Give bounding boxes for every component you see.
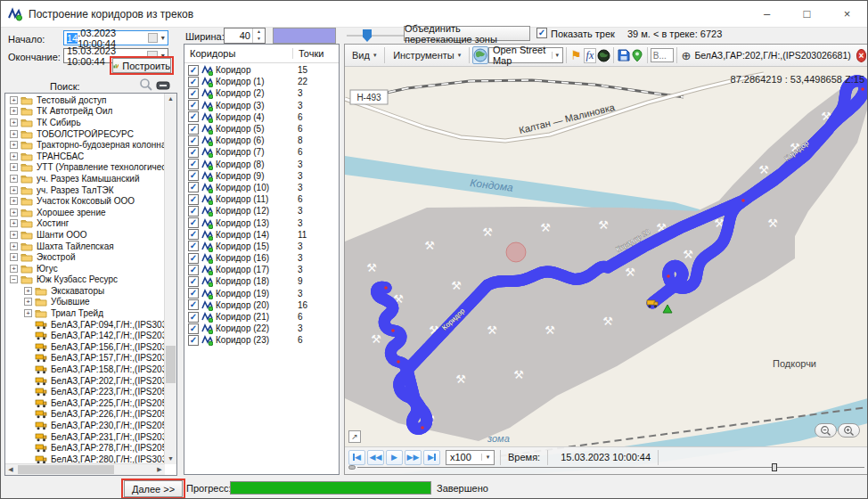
scroll-down-icon[interactable]: ▼ (165, 454, 176, 464)
corridor-checkbox[interactable]: ✓ (188, 65, 199, 76)
tree-item[interactable]: БелАЗ,ГАР:156,Г/Н:,(IPS2030299 (5, 341, 165, 353)
corridor-checkbox[interactable]: ✓ (188, 159, 199, 169)
corridor-row[interactable]: ✓Коридор (9)3 (184, 170, 339, 182)
tree-item[interactable]: +Убывшие (5, 297, 165, 308)
skip-start-button[interactable]: ◀ (348, 450, 365, 465)
expand-icon[interactable]: + (10, 130, 18, 138)
tree-item[interactable]: БелАЗ,ГАР:157,Г/Н:,(IPS2030312 (5, 353, 165, 364)
corridor-checkbox[interactable]: ✓ (188, 229, 199, 240)
corridors-col-name[interactable]: Коридоры (184, 48, 292, 59)
timeline-slider[interactable] (348, 465, 864, 470)
corridor-row[interactable]: ✓Коридор (3)3 (184, 100, 339, 111)
tree-item[interactable]: +Хорошее зрение (5, 207, 165, 218)
tree-item[interactable]: БелАЗ,ГАР:142,Г/Н:,(IPS2030302 (5, 330, 165, 341)
tree-item[interactable]: +Участок Коксовый ООО (5, 195, 165, 207)
expand-icon[interactable]: + (10, 186, 18, 194)
corridor-checkbox[interactable]: ✓ (188, 170, 199, 181)
zoom-in-button[interactable] (838, 423, 860, 438)
spin-up-icon[interactable]: ▲ (253, 29, 265, 36)
tree-item[interactable]: +Триал Трейд (5, 307, 165, 319)
tree-item[interactable]: +ТРАНСБАС (5, 151, 165, 162)
minimize-button[interactable]: – (747, 1, 787, 27)
tree-item[interactable]: БелАЗ,ГАР:202,Г/Н:,(IPS2030266 (5, 375, 165, 387)
expand-icon[interactable]: + (10, 119, 18, 127)
route-button[interactable]: ⚑ (569, 46, 584, 64)
formula-button[interactable]: fx (583, 46, 597, 64)
expand-icon[interactable]: + (10, 96, 18, 104)
expand-icon[interactable]: + (10, 107, 18, 115)
save-button[interactable] (617, 46, 631, 64)
corridor-row[interactable]: ✓Коридор (4)6 (184, 111, 339, 123)
scroll-left-icon[interactable]: ◀ (5, 464, 16, 475)
step-back-button[interactable]: ◀◀ (367, 450, 384, 465)
tree-item[interactable]: +УТТ (Управление технологического т (5, 162, 165, 174)
corridor-color-swatch[interactable] (273, 28, 336, 44)
spinner-arrows[interactable]: ▲▼ (252, 29, 265, 43)
expand-icon[interactable]: + (10, 175, 18, 183)
search-icon[interactable] (139, 78, 153, 92)
corridor-row[interactable]: ✓Коридор (5)6 (184, 123, 339, 135)
expand-icon[interactable]: + (10, 209, 18, 217)
expand-icon[interactable]: + (10, 265, 18, 273)
expand-icon[interactable]: + (10, 253, 18, 261)
scroll-thumb[interactable] (18, 465, 114, 474)
corridor-row[interactable]: ✓Коридор (15)3 (184, 241, 339, 252)
corridor-row[interactable]: ✓Коридор (20)16 (184, 299, 339, 311)
corridor-checkbox[interactable]: ✓ (188, 182, 199, 192)
corridor-row[interactable]: ✓Коридор (16)3 (184, 252, 339, 264)
tree-item[interactable]: БелАЗ,ГАР:230,Г/Н:,(IPS2050017 (5, 420, 165, 431)
corridor-row[interactable]: ✓Коридор (11)6 (184, 193, 339, 205)
tree-item[interactable]: +ТК Автотрейд Оил (5, 106, 165, 118)
tree-item[interactable]: +Тестовый доступ (5, 94, 165, 106)
timeline-track[interactable] (357, 467, 864, 468)
tree-horizontal-scrollbar[interactable]: ◀ ▶ (5, 463, 165, 475)
expand-icon[interactable]: + (10, 219, 18, 227)
tree-item[interactable]: +Тракторно-будозерная колонна (5, 139, 165, 151)
fast-forward-button[interactable]: ▶▶ (405, 450, 422, 465)
maximize-button[interactable]: □ (787, 1, 827, 27)
earth-button[interactable] (597, 46, 611, 64)
tree-item[interactable]: БелАЗ,ГАР:158,Г/Н:,(IPS2030266 (5, 364, 165, 375)
chevron-down-icon[interactable]: ▾ (158, 34, 168, 42)
expand-icon[interactable]: + (24, 309, 32, 317)
tree-item[interactable]: +Хостинг (5, 218, 165, 230)
expand-icon[interactable]: + (24, 287, 32, 295)
corridor-checkbox[interactable]: ✓ (188, 253, 199, 264)
tree-item[interactable]: БелАЗ,ГАР:094,Г/Н:,(IPS3030184 (5, 319, 165, 331)
tree-item[interactable]: БелАЗ,ГАР:278,Г/Н:,(IPS2050067 (5, 442, 165, 454)
corridor-checkbox[interactable]: ✓ (188, 265, 199, 275)
tree-item[interactable]: +ТОБОЛСТРОЙРЕСУРС (5, 128, 165, 140)
tree-item[interactable]: +ТК Сибирь (5, 117, 165, 128)
tree-item[interactable]: БелАЗ,ГАР:226,Г/Н:,(IPS2050015 (5, 409, 165, 421)
calendar-icon[interactable] (148, 33, 159, 43)
corridor-checkbox[interactable]: ✓ (188, 323, 199, 334)
scroll-thumb[interactable] (166, 346, 176, 383)
expand-icon[interactable]: + (10, 197, 18, 205)
opacity-slider[interactable] (347, 28, 404, 44)
corridor-checkbox[interactable]: ✓ (188, 206, 199, 217)
tree-vertical-scrollbar[interactable]: ▲ ▼ (164, 94, 176, 464)
corridor-checkbox[interactable]: ✓ (188, 135, 199, 146)
corridor-checkbox[interactable]: ✓ (188, 88, 199, 99)
corridor-row[interactable]: ✓Коридор (1)22 (184, 76, 339, 87)
marker-button[interactable] (631, 46, 645, 64)
corridor-checkbox[interactable]: ✓ (188, 77, 199, 87)
show-track-checkbox[interactable]: ✓ (536, 28, 547, 38)
map-search-input[interactable] (651, 48, 674, 62)
tree-item[interactable]: +Экострой (5, 251, 165, 263)
corridor-checkbox[interactable]: ✓ (188, 241, 199, 251)
corridor-checkbox[interactable]: ✓ (188, 124, 199, 135)
corridors-col-points[interactable]: Точки (292, 48, 339, 59)
corridor-row[interactable]: ✓Коридор (21)6 (184, 311, 339, 323)
expand-icon[interactable]: + (10, 163, 18, 171)
scroll-up-icon[interactable]: ▲ (165, 94, 176, 104)
tree-item[interactable]: БелАЗ,ГАР:225,Г/Н:,(IPS2050015 (5, 397, 165, 409)
corridor-row[interactable]: ✓Коридор (22)3 (184, 323, 339, 334)
corridor-row[interactable]: ✓Коридор (17)3 (184, 264, 339, 275)
build-button[interactable]: Построить (112, 58, 171, 73)
merge-zones-button[interactable]: Объединить перетекающие зоны (404, 26, 530, 41)
expand-icon[interactable]: + (24, 298, 32, 306)
expand-map-button[interactable]: ↗ (348, 430, 361, 443)
corridor-checkbox[interactable]: ✓ (188, 276, 199, 287)
map-canvas[interactable]: ⚒⚒⚒⚒⚒⚒⚒⚒⚒⚒⚒⚒⚒⚒⚒⚒⚒⚒⚒⚒⚒⚒⚒⚒⚒⚒ (345, 67, 868, 474)
